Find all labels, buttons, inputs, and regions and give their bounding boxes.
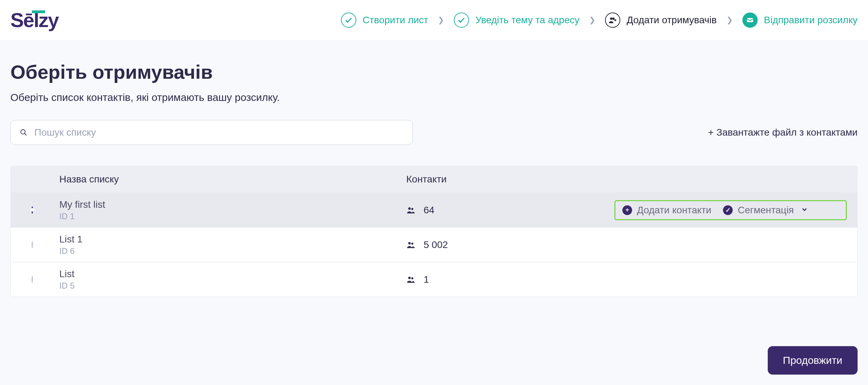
page-title: Оберіть отримувачів — [10, 61, 858, 83]
chevron-right-icon: ❯ — [726, 16, 733, 25]
step-send-campaign[interactable]: Відправити розсилку — [742, 12, 858, 28]
step-label: Уведіть тему та адресу — [475, 15, 579, 26]
radio-selected[interactable] — [32, 206, 33, 214]
toolbar: + Завантажте файл з контактами — [10, 120, 858, 145]
step-create-letter[interactable]: Створити лист — [341, 12, 428, 28]
add-contacts-button[interactable]: + Додати контакти — [622, 205, 711, 216]
svg-point-0 — [610, 17, 613, 20]
svg-point-1 — [612, 17, 615, 20]
continue-button[interactable]: Продовжити — [768, 346, 858, 375]
main-content: Оберіть отримувачів Оберіть список конта… — [0, 40, 868, 311]
lists-table: Назва списку Контакти My first list ID 1… — [10, 166, 858, 297]
step-label: Створити лист — [363, 15, 428, 26]
check-circle-icon: ✓ — [723, 205, 733, 215]
step-label: Відправити розсилку — [764, 15, 858, 26]
svg-point-6 — [411, 208, 414, 210]
add-contacts-label: Додати контакти — [637, 205, 711, 216]
contacts-count: 5 002 — [424, 239, 448, 250]
radio-unselected[interactable] — [32, 276, 33, 283]
list-id: ID 6 — [59, 246, 406, 256]
people-icon — [406, 275, 416, 284]
people-plus-icon — [605, 12, 620, 28]
logo[interactable]: Sēlzy — [10, 8, 58, 32]
svg-line-4 — [25, 134, 27, 136]
header: Sēlzy Створити лист ❯ Уведіть тему та ад… — [0, 0, 868, 40]
list-id: ID 1 — [59, 212, 406, 221]
step-label: Додати отримувачів — [627, 15, 717, 26]
people-icon — [406, 205, 416, 215]
table-row[interactable]: List 1 ID 6 5 002 — [11, 227, 857, 262]
row-actions-highlight: + Додати контакти ✓ Сегментація — [614, 200, 847, 220]
list-name: List 1 — [59, 234, 406, 245]
svg-point-3 — [21, 130, 25, 134]
svg-point-10 — [411, 277, 414, 279]
contacts-count: 64 — [424, 205, 434, 216]
page-subtitle: Оберіть список контактів, які отримають … — [10, 92, 858, 103]
search-icon — [20, 129, 27, 136]
table-row[interactable]: List ID 5 1 — [11, 262, 857, 297]
search-box[interactable] — [10, 120, 413, 145]
step-enter-subject[interactable]: Уведіть тему та адресу — [454, 12, 579, 28]
people-icon — [406, 240, 416, 250]
check-icon — [341, 12, 356, 28]
segmentation-label: Сегментація — [738, 205, 794, 216]
svg-point-7 — [408, 242, 411, 244]
chevron-right-icon: ❯ — [438, 16, 444, 25]
svg-point-8 — [411, 242, 414, 245]
envelope-icon — [742, 12, 758, 28]
search-input[interactable] — [34, 127, 403, 138]
svg-point-9 — [408, 276, 411, 279]
list-name: My first list — [59, 199, 406, 210]
stepper: Створити лист ❯ Уведіть тему та адресу ❯… — [341, 12, 858, 28]
svg-point-5 — [408, 207, 411, 209]
list-id: ID 5 — [59, 281, 406, 291]
check-icon — [454, 12, 469, 28]
list-name: List — [59, 268, 406, 280]
svg-rect-2 — [747, 18, 753, 22]
chevron-right-icon: ❯ — [589, 16, 595, 25]
step-add-recipients[interactable]: Додати отримувачів — [605, 12, 717, 28]
contacts-count: 1 — [424, 274, 429, 285]
upload-contacts-link[interactable]: + Завантажте файл з контактами — [708, 127, 858, 138]
chevron-down-icon — [801, 205, 808, 216]
radio-unselected[interactable] — [32, 241, 33, 248]
table-row[interactable]: My first list ID 1 64 + Додати контакти … — [11, 192, 857, 227]
plus-circle-icon: + — [622, 205, 632, 215]
column-contacts: Контакти — [406, 174, 614, 185]
table-header: Назва списку Контакти — [11, 166, 857, 192]
column-name: Назва списку — [59, 174, 406, 185]
segmentation-button[interactable]: ✓ Сегментація — [723, 205, 808, 216]
